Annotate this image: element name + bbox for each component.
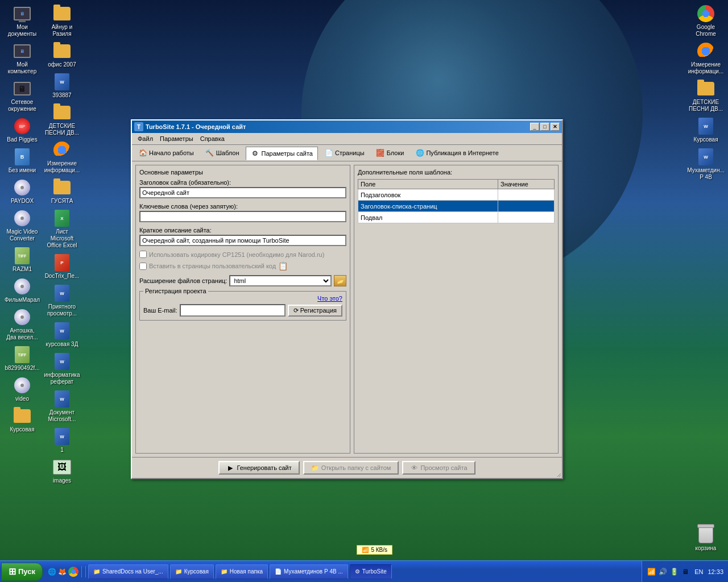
desktop-icon-mukhametdinov[interactable]: W Мухаметдин...Р 4В	[686, 146, 725, 182]
checkbox-cp1251[interactable]	[139, 251, 147, 258]
minimize-button[interactable]: _	[530, 123, 539, 131]
menu-file[interactable]: Файл	[134, 134, 156, 143]
desktop-icon-izmerenie[interactable]: Измерениеинформаци...	[43, 139, 81, 176]
menu-params[interactable]: Параметры	[156, 134, 197, 143]
desktop-icon-office2007[interactable]: офис 2007	[43, 40, 81, 70]
window-toolbar: 🏠 Начало работы 🔨 Шаблон ⚙ Параметры сай…	[132, 145, 562, 161]
tab-home-icon: 🏠	[138, 148, 147, 157]
quicklaunch-chrome[interactable]	[68, 566, 79, 577]
desktop-icon-393887[interactable]: W 393887	[43, 71, 81, 101]
desktop-icon-doctrix[interactable]: P DocTrix_Пе...	[43, 252, 81, 281]
tab-template[interactable]: 🔨 Шаблон	[200, 146, 245, 160]
desktop-icon-magic-video[interactable]: Magic VideoConverter	[3, 207, 42, 244]
email-row: Ваш E-mail: ⟳ Регистрация	[143, 304, 342, 317]
desktop-icon-detskie1[interactable]: ДЕТСКИЕПЕСНИ ДВ...	[43, 102, 81, 138]
desktop-icon-paydox[interactable]: PAYDOX	[3, 177, 42, 206]
generate-site-button[interactable]: ▶ Генерировать сайт	[218, 461, 299, 475]
site-title-input[interactable]	[139, 187, 346, 198]
table-row[interactable]: Подзаголовок	[358, 189, 555, 201]
start-button[interactable]: ⊞ Пуск	[1, 563, 43, 581]
preview-site-button[interactable]: 👁 Просмотр сайта	[402, 461, 475, 475]
checkbox1-label: Использовать кодировку CP1251 (необходим…	[149, 251, 324, 258]
quicklaunch-firefox[interactable]: 🦊	[57, 567, 67, 576]
open-folder-button[interactable]: 📁 Открыть папку с сайтом	[303, 461, 399, 475]
tab-publish[interactable]: 🌐 Публикация в Интернете	[410, 146, 503, 160]
keywords-input[interactable]	[139, 211, 346, 222]
taskbar-item-kursovaya[interactable]: 📁 Курсовая	[170, 564, 214, 579]
notification-text: 5 КВ/s	[371, 547, 387, 553]
desktop-icon-images[interactable]: 🖼 images	[43, 456, 81, 486]
desktop-icon-priyatnogo[interactable]: W Приятногопросмотр...	[43, 282, 81, 319]
desktop-icon-excel[interactable]: X Лист MicrosoftOffice Excel	[43, 207, 81, 251]
taskbar-item-mukhametdinov[interactable]: 📄 Мухаметдинов Р 4В ...	[270, 564, 348, 579]
desktop-icon-razm1[interactable]: TIFF RAZM1	[3, 245, 42, 275]
taskbar-item-turbosite[interactable]: ⚙ TurboSite	[350, 564, 392, 579]
window-footer: ▶ Генерировать сайт 📁 Открыть папку с са…	[132, 457, 562, 478]
sidebar-item-my-docs[interactable]: 🖥 Мои документы	[3, 3, 42, 39]
desktop-icon-izmerenie-right[interactable]: Измерениеинформаци...	[686, 40, 725, 77]
desktop-icon-informatika[interactable]: W информатикареферат	[43, 351, 81, 387]
taskbar-label: Курсовая	[184, 568, 209, 575]
window-titlebar[interactable]: T TurboSite 1.7.1 - Очередной сайт _ □ ✕	[132, 120, 562, 133]
desktop-icon-b829[interactable]: TIFF b82990492f...	[3, 344, 42, 373]
desktop-icon-one[interactable]: W 1	[43, 426, 81, 455]
generate-icon: ▶	[226, 464, 234, 472]
desktop-icon-kursovaya-left[interactable]: Курсовая	[3, 405, 42, 435]
value-cell	[498, 201, 555, 212]
separator	[81, 566, 82, 577]
desktop-icon-bad-piggies[interactable]: BP Bad Piggies	[3, 115, 42, 145]
tab-blocks[interactable]: 🧱 Блоки	[371, 146, 410, 160]
desktop-icon-network[interactable]: 🖥 Сетевоеокружение	[3, 78, 42, 114]
desktop-icon-video[interactable]: video	[3, 375, 42, 404]
tray-icon-network: 📶	[647, 567, 656, 576]
tab-blocks-label: Блоки	[387, 149, 404, 156]
desktop-icon-kursovaya3d[interactable]: W курсовая 3Д	[43, 320, 81, 350]
extension-select[interactable]: html htm php	[229, 275, 332, 286]
tab-home[interactable]: 🏠 Начало работы	[133, 146, 199, 160]
desktop-icon-antoshka[interactable]: Антошка,Два весел...	[3, 306, 42, 343]
desktop-icon-filmmaral[interactable]: ФильмМарал	[3, 276, 42, 305]
tab-site-params[interactable]: ⚙ Параметры сайта	[246, 147, 318, 160]
desktop-icons-col2: Айнур иРазиля офис 2007 W 393887 ДЕТСКИЕ…	[43, 3, 81, 486]
quicklaunch-ie[interactable]: 🌐	[47, 567, 56, 576]
tab-publish-icon: 🌐	[415, 148, 424, 157]
desktop-icon-kursovaya-right[interactable]: W Курсовая	[686, 115, 725, 145]
desktop-icon-trash[interactable]: корзина	[686, 524, 725, 554]
tab-pages-icon: 📄	[324, 148, 333, 157]
taskbar-icon: ⚙	[355, 568, 360, 575]
taskbar-item-shared-docs[interactable]: 📁 SharedDocs на User_...	[88, 564, 168, 579]
desktop-icon-my-computer[interactable]: 🖥 Мойкомпьютер	[3, 40, 42, 77]
desktop-icon-detskie2[interactable]: ДЕТСКИЕПЕСНИ ДВ...	[686, 78, 725, 114]
table-row[interactable]: Подвал	[358, 212, 555, 223]
checkbox2-label: Вставить в страницы пользовательский код	[149, 263, 276, 269]
desktop-icon-chrome[interactable]: GoogleChrome	[686, 3, 725, 39]
register-button[interactable]: ⟳ Регистрация	[288, 305, 342, 317]
taskbar-label: Мухаметдинов Р 4В ...	[284, 568, 343, 575]
tray-lang[interactable]: EN	[694, 568, 703, 575]
resize-handle[interactable]	[556, 472, 562, 478]
window-controls: _ □ ✕	[530, 123, 560, 131]
desktop-icons-col1: 🖥 Мои документы 🖥 Мойкомпьютер 🖥 Сетевое…	[3, 3, 42, 435]
field-cell: Подзаголовок	[358, 189, 498, 201]
quick-launch: 🌐 🦊	[45, 566, 86, 577]
desktop-icon-gusyata[interactable]: ГУСЯТА	[43, 177, 81, 206]
desktop-icon-bez-imeni[interactable]: B Без имени	[3, 146, 42, 176]
desktop-icon-ainur[interactable]: Айнур иРазиля	[43, 3, 81, 39]
tab-pages[interactable]: 📄 Страницы	[319, 146, 370, 160]
menu-help[interactable]: Справка	[197, 134, 228, 143]
extension-browse-button[interactable]: 📂	[334, 275, 346, 286]
reg-icon: ⟳	[293, 307, 299, 314]
site-title-group: Заголовок сайта (обязательно):	[139, 179, 346, 198]
maximize-button[interactable]: □	[540, 123, 549, 131]
what-is-this-link[interactable]: Что это?	[143, 295, 342, 302]
taskbar-item-new-folder[interactable]: 📁 Новая папка	[216, 564, 268, 579]
desktop-icon-doc-microsoft[interactable]: W ДокументMicrosoft...	[43, 388, 81, 425]
description-input[interactable]	[139, 235, 346, 246]
taskbar-icon: 📁	[221, 568, 228, 575]
table-row[interactable]: Заголовок-списка-страниц	[358, 201, 555, 212]
email-input[interactable]	[180, 304, 286, 317]
field-cell: Заголовок-списка-страниц	[358, 201, 498, 212]
close-button[interactable]: ✕	[551, 123, 560, 131]
checkbox-custom-code[interactable]	[139, 263, 147, 270]
tab-template-icon: 🔨	[205, 148, 214, 157]
